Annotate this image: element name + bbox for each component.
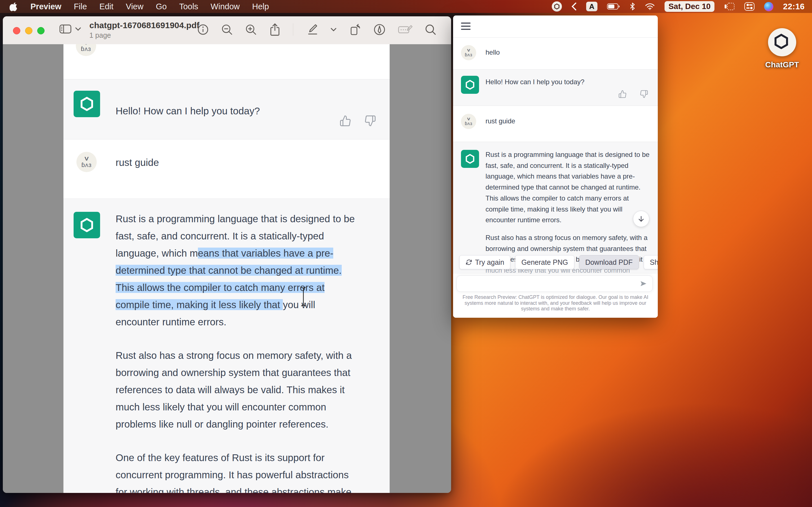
wifi-icon[interactable] (645, 3, 655, 10)
openai-logo-icon (768, 28, 796, 56)
pdf-user-row-partial: Vɓʌɜ (63, 44, 390, 79)
share-icon[interactable] (269, 23, 281, 36)
menu-item-edit[interactable]: Edit (99, 2, 113, 11)
menu-bar: PreviewFileEditViewGoToolsWindowHelp A S… (0, 0, 812, 13)
close-button[interactable] (13, 27, 20, 34)
thumbs-down-icon[interactable] (640, 90, 648, 98)
selected-text: determined type that cannot be changed a… (116, 265, 342, 276)
selected-text: compile time, making it less likely that (116, 299, 283, 310)
chatgpt-icon-label: ChatGPT (760, 60, 805, 69)
paragraph: Rust also has a strong focus on memory s… (116, 347, 386, 433)
assistant-reply-text: Rust is a programming language that is d… (116, 210, 386, 493)
page-count: 1 page (89, 31, 199, 40)
search-icon[interactable] (424, 24, 437, 36)
text-line: Rust also has a strong focus on memory s… (116, 347, 386, 364)
menu-item-preview[interactable]: Preview (31, 2, 61, 11)
menu-item-go[interactable]: Go (156, 2, 167, 11)
sidebar-toggle-icon[interactable] (59, 24, 71, 34)
minimize-button[interactable] (25, 27, 33, 34)
text-segment: much less likely that you will encounter… (116, 401, 326, 412)
feedback-buttons (340, 115, 376, 127)
text-line: borrowing and ownership system that guar… (116, 364, 386, 381)
battery-icon[interactable] (607, 3, 620, 10)
text-segment: encounter runtime errors. (116, 316, 226, 327)
thumbs-up-icon[interactable] (618, 90, 627, 98)
paragraph: Rust is a programming language that is d… (116, 210, 386, 330)
markup-chevron-icon[interactable] (331, 27, 337, 32)
zoom-button[interactable] (37, 27, 45, 34)
sidebar-chevron-down-icon[interactable] (75, 27, 81, 31)
feedback-buttons (618, 90, 648, 98)
bluetooth-icon[interactable] (629, 2, 635, 11)
siri-icon[interactable] (764, 2, 773, 11)
try-again-button[interactable]: Try again (459, 255, 510, 269)
openai-logo-icon (464, 79, 476, 91)
generate-png-button[interactable]: Generate PNG (515, 255, 574, 269)
text-line: fast, safe, and concurrent. It is a stat… (116, 227, 386, 244)
stage-manager-icon[interactable] (724, 2, 735, 11)
footer-disclaimer: Free Research Preview: ChatGPT is optimi… (458, 294, 653, 312)
rotate-icon[interactable] (349, 23, 361, 36)
chatgpt-avatar (461, 76, 479, 94)
text-line: compile time, making it less likely that… (486, 204, 652, 215)
text-segment: for working with threads, and these abst… (116, 487, 352, 493)
text-line: determined type that cannot be changed a… (116, 262, 386, 279)
user-avatar-glyph: ɓʌɜ (465, 53, 472, 57)
send-icon[interactable] (640, 280, 647, 288)
menu-item-file[interactable]: File (74, 2, 87, 11)
selected-text: eans that variables have a pre- (198, 247, 334, 259)
message-input[interactable] (456, 276, 653, 292)
pdf-page[interactable]: VɓʌɜHello! How can I help you today?Vɓʌɜ… (63, 44, 390, 493)
chatgpt-avatar (73, 212, 100, 238)
app-menus: PreviewFileEditViewGoToolsWindowHelp (31, 2, 269, 11)
zoom-out-icon[interactable] (221, 24, 233, 36)
text-line: language, which means that variables hav… (486, 171, 652, 182)
text-line: much less likely that you will encounter… (116, 398, 386, 415)
menu-item-help[interactable]: Help (252, 2, 269, 11)
chatgpt-desktop-icon[interactable]: ChatGPT (760, 28, 805, 69)
input-source-icon[interactable]: A (586, 2, 598, 11)
info-icon[interactable] (197, 24, 209, 36)
chat-user-row: Vɓʌɜrust guide (453, 106, 658, 142)
scroll-to-bottom-button[interactable] (633, 211, 649, 227)
draw-icon[interactable] (373, 23, 386, 36)
user-avatar: Vɓʌɜ (76, 44, 96, 56)
text-segment: fast, safe, and concurrent. It is a stat… (116, 230, 324, 241)
menu-date[interactable]: Sat, Dec 10 (665, 1, 714, 12)
menu-item-window[interactable]: Window (211, 2, 240, 11)
share-link-button[interactable]: Share Link (644, 255, 658, 269)
menu-hamburger-icon[interactable] (461, 22, 470, 30)
openai-logo-icon (79, 96, 95, 112)
openai-status-icon[interactable] (552, 1, 562, 11)
text-segment: references to data will always be valid.… (116, 384, 345, 395)
selected-text: This allows the compiler to catch many e… (116, 282, 324, 293)
zoom-in-icon[interactable] (245, 24, 257, 36)
button-label: Try again (475, 258, 504, 267)
user-avatar-glyph: V (467, 49, 470, 52)
control-center-icon[interactable] (744, 2, 755, 11)
markup-icon[interactable] (305, 23, 318, 36)
assistant-message: Hello! How can I help you today? (486, 78, 585, 86)
thumbs-up-icon[interactable] (340, 115, 351, 127)
download-pdf-button[interactable]: Download PDF (579, 255, 639, 269)
user-avatar-glyph: V (84, 44, 88, 45)
text-line: encounter runtime errors. (486, 215, 652, 226)
menu-item-tools[interactable]: Tools (179, 2, 198, 11)
text-line: One of the key features of Rust is its s… (116, 449, 386, 466)
thumbs-down-icon[interactable] (364, 115, 376, 127)
toolbar-separator (293, 23, 293, 36)
button-label: Download PDF (585, 258, 633, 267)
button-label: Share Link (650, 258, 658, 267)
chevron-left-icon[interactable] (571, 2, 576, 11)
text-segment: borrowing and ownership system that guar… (116, 367, 350, 378)
chatgpt-avatar (73, 91, 100, 117)
pdf-viewer-area[interactable]: VɓʌɜHello! How can I help you today?Vɓʌɜ… (3, 44, 451, 493)
user-message: rust guide (486, 117, 515, 125)
apple-menu-icon[interactable] (10, 2, 18, 11)
text-line: Rust is a programming language that is d… (116, 210, 386, 227)
preview-titlebar[interactable]: chatgpt-1670681691904.pdf 1 page (3, 16, 451, 45)
form-fill-icon[interactable] (398, 24, 412, 36)
user-message: hello (486, 48, 500, 56)
menu-item-view[interactable]: View (126, 2, 143, 11)
paragraph: One of the key features of Rust is its s… (116, 449, 386, 493)
